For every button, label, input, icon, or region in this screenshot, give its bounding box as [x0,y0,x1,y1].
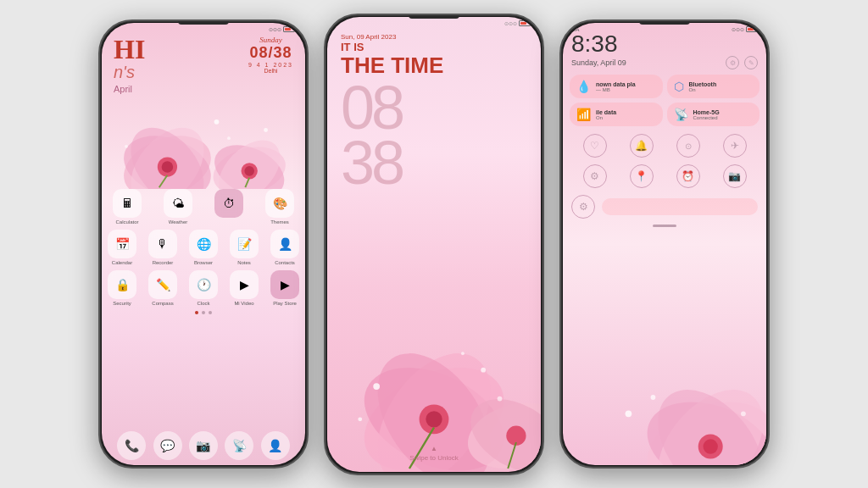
phone1-apps-row1: 🖩 Calculator 🌤 Weather ⏱ 🎨 Themes [102,189,305,225]
svg-point-31 [358,417,362,421]
app-calculator-label: Calculator [115,219,138,225]
phone1-dock: 📞 💬 📷 📡 👤 [102,431,305,460]
brightness-slider[interactable] [602,198,758,215]
settings-icon[interactable]: ⚙ [726,56,739,69]
app-calendar[interactable]: 📅 Calendar [103,230,141,265]
phone3-date-row: Sunday, April 09 ⚙ ✎ [563,56,766,69]
phone2-content: Sun, 09 April 2023 IT IS THE TIME 0838 [327,26,541,197]
app-notes[interactable]: 📝 Notes [225,230,263,265]
app-mivideo[interactable]: ▶ Mi Video [225,270,263,306]
app-weather[interactable]: 🌤 Weather [159,189,197,225]
control-icons-row2: ⚙ 📍 ⏰ 📷 [563,161,766,191]
bluetooth-title: Bluetooth [689,81,754,87]
svg-point-22 [426,411,442,427]
app-browser[interactable]: 🌐 Browser [185,230,222,265]
app-themes-label: Themes [270,219,289,225]
phone3-date: Sunday, April 09 [571,58,626,67]
alarm-icon[interactable]: ⏰ [676,164,700,188]
phone-2: ⊙⊙⊙ Sun, 09 April 2023 IT IS THE TIME 08… [324,14,544,475]
phone3-time: 8:38 [563,32,766,56]
app-weather-label: Weather [169,219,188,225]
mobile-data-sub: On [596,115,656,120]
wifi-icon: 📡 [674,108,688,121]
svg-point-29 [481,367,486,372]
svg-point-38 [703,439,717,453]
phone1-name: n's [114,63,145,82]
airplane-icon[interactable]: ✈ [723,134,747,158]
app-unknown[interactable]: ⏱ [210,189,248,225]
dock-contacts[interactable]: 👤 [261,431,290,460]
swipe-label: Swipe to Unlock [409,454,458,462]
bottom-handle [563,225,766,227]
wifi-title: Home-5G [693,109,754,115]
favorite-icon[interactable]: ♡ [583,134,607,158]
phone1-date: 9 4 1 2023 [248,62,293,68]
data-plan-tile[interactable]: 💧 nown data pla — MB [570,75,663,98]
app-calculator[interactable]: 🖩 Calculator [108,189,146,225]
phone1-date-block: Sunday 08/38 9 4 1 2023 Delhi [248,36,293,74]
phone2-it-is: IT IS [341,41,527,53]
phone1-hi-block: HI n's [114,36,145,82]
app-recorder[interactable]: 🎙 Recorder [144,230,181,265]
phone1-city: Delhi [248,68,293,74]
phone1-status-bar: ⊙⊙⊙ [102,23,305,32]
phone1-time: 08/38 [248,44,293,62]
phone3-flower [563,330,766,465]
dock-camera[interactable]: 📷 [189,431,218,460]
bell-icon[interactable]: 🔔 [630,134,654,158]
svg-point-41 [741,411,746,416]
phone2-swipe[interactable]: ▲ Swipe to Unlock [327,445,541,462]
mobile-data-icon: 📶 [576,108,591,121]
edit-icon[interactable]: ✎ [744,56,758,69]
phone2-flower [327,252,541,472]
app-clock[interactable]: 🕐 Clock [185,270,222,306]
bluetooth-icon: ⬡ [674,80,684,93]
phone2-clock-display: 0838 [341,80,527,191]
svg-point-5 [162,161,174,173]
wifi-tile[interactable]: 📡 Home-5G Connected [667,103,760,126]
gear-icon[interactable]: ⚙ [583,164,607,188]
control-icons-row1: ♡ 🔔 ⊙ ✈ [563,130,766,161]
app-security[interactable]: 🔒 Security [103,270,141,306]
bluetooth-tile[interactable]: ⬡ Bluetooth On [667,75,760,98]
phone2-status-bar: ⊙⊙⊙ [327,17,541,26]
phone1-month: April [102,82,305,96]
control-tiles-grid: 💧 nown data pla — MB ⬡ Bluetooth On 📶 [563,75,766,126]
dock-messages[interactable]: 💬 [153,431,182,460]
wifi-sub: Connected [693,115,754,120]
app-themes[interactable]: 🎨 Themes [261,189,298,225]
settings2-icon[interactable]: ⚙ [571,195,595,219]
dock-network[interactable]: 📡 [225,431,253,460]
phone1-day: Sunday [248,36,293,44]
phone1-apps-row3: 🔒 Security ✏️ Compass 🕐 Clock ▶ Mi Video… [102,270,305,306]
svg-point-40 [651,395,656,400]
camera-icon[interactable]: 📷 [723,164,747,188]
svg-point-13 [214,119,220,125]
data-plan-sub: — MB [596,87,656,92]
svg-point-10 [244,166,254,176]
svg-point-39 [626,410,632,417]
phone1-flower [102,96,305,189]
phone1-apps-row2: 📅 Calendar 🎙 Recorder 🌐 Browser 📝 Notes … [102,230,305,265]
mobile-data-tile[interactable]: 📶 ile data On [570,103,663,126]
app-playstore[interactable]: ▶ Play Store [266,270,303,306]
svg-point-28 [373,383,380,390]
mobile-data-title: ile data [596,109,656,115]
bluetooth-sub: On [689,87,754,92]
phone3-screen: EA ⊙⊙⊙ 8:38 Sunday, April 09 ⚙ ✎ 💧 [563,23,766,465]
phone-1: ⊙⊙⊙ HI n's Sunday 08/38 9 4 1 2023 Delhi [98,19,309,469]
app-contacts[interactable]: 👤 Contacts [266,230,303,265]
data-plan-icon: 💧 [576,80,591,93]
phone2-screen: ⊙⊙⊙ Sun, 09 April 2023 IT IS THE TIME 08… [327,17,541,472]
phone2-date-top: Sun, 09 April 2023 [341,33,527,41]
data-plan-title: nown data pla [596,81,656,87]
app-compass[interactable]: ✏️ Compass [144,270,181,306]
swipe-arrow-icon: ▲ [431,445,437,452]
svg-point-14 [227,136,231,140]
page-dots [102,311,305,314]
phone1-greeting: HI [114,36,145,63]
dock-phone[interactable]: 📞 [117,431,146,460]
location-icon[interactable]: 📍 [630,164,654,188]
svg-point-32 [461,352,465,355]
focus-icon[interactable]: ⊙ [676,134,700,158]
